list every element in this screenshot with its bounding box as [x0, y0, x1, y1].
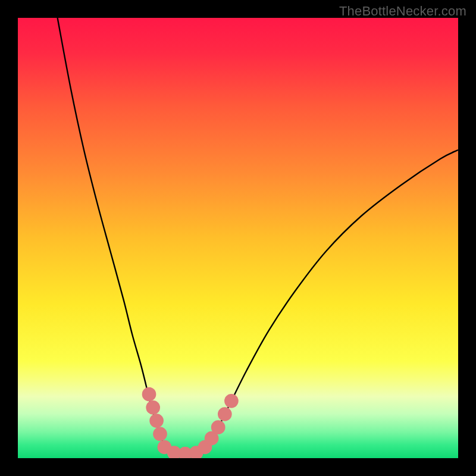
- data-marker: [153, 427, 167, 441]
- chart-frame: TheBottleNecker.com: [0, 0, 476, 476]
- watermark-text: TheBottleNecker.com: [339, 4, 466, 19]
- data-marker: [224, 394, 239, 408]
- gradient-background: [18, 18, 458, 458]
- data-marker: [146, 400, 160, 415]
- data-marker: [211, 420, 226, 434]
- bottleneck-chart: [18, 18, 458, 458]
- plot-area: [18, 18, 458, 458]
- data-marker: [149, 414, 164, 428]
- data-marker: [142, 387, 156, 402]
- data-marker: [218, 407, 232, 421]
